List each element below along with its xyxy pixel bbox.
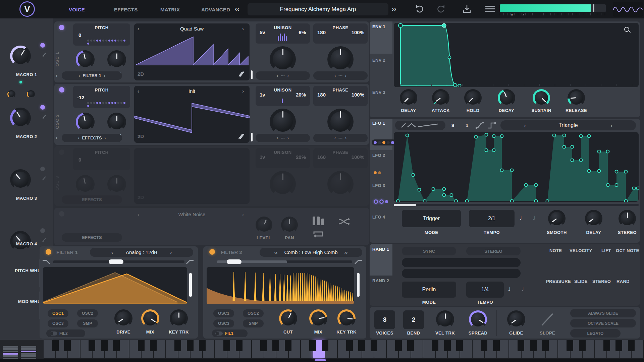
- lfo-node[interactable]: [598, 170, 601, 173]
- osc1-wavetable-next[interactable]: ›: [242, 26, 244, 31]
- osc1-routing-prev[interactable]: ‹: [56, 73, 57, 78]
- env-hold-knob[interactable]: [464, 89, 482, 107]
- osc1-wavetable-display[interactable]: ‹ Quad Saw › 2D: [134, 23, 250, 80]
- preset-next-button[interactable]: ››: [392, 5, 396, 12]
- dotted-note-icon[interactable]: ♩: [533, 213, 540, 222]
- osc3-phase-rand[interactable]: 100%: [352, 154, 364, 160]
- lfo-node[interactable]: [485, 133, 488, 136]
- mod-source-velocity[interactable]: VELOCITY: [570, 248, 592, 253]
- osc2-edit-icon[interactable]: [237, 133, 245, 140]
- filter2-keytrk-knob[interactable]: [337, 309, 356, 327]
- osc3-pan-knob[interactable]: [107, 175, 126, 194]
- lfo-node[interactable]: [511, 169, 514, 172]
- mod-source-rand[interactable]: RAND: [616, 279, 630, 284]
- lfo-mode-box[interactable]: Trigger: [402, 210, 461, 227]
- lfo-grid-x-value[interactable]: 8: [451, 122, 454, 128]
- lfo-tempo-box[interactable]: 2/1: [469, 210, 515, 227]
- preset-prev-button[interactable]: ‹‹: [235, 5, 239, 12]
- mod-source-pressure[interactable]: PRESSURE: [546, 279, 571, 284]
- piano-key-black[interactable]: [530, 340, 537, 351]
- osc2-phase-knob[interactable]: [327, 109, 354, 135]
- macro3-knob[interactable]: [10, 169, 31, 190]
- osc2-routing-selector[interactable]: ‹ EFFECTS ›: [62, 134, 122, 142]
- osc2-unison-detune-knob[interactable]: [270, 109, 296, 135]
- lfo-node[interactable]: [606, 150, 609, 153]
- filter2-input-osc1[interactable]: OSC1: [213, 309, 234, 317]
- filter2-cut-knob[interactable]: [279, 309, 297, 327]
- osc2-wavetable-next[interactable]: ›: [242, 88, 244, 94]
- lfo-node[interactable]: [492, 149, 495, 152]
- osc1-unison-detune-knob[interactable]: [270, 46, 296, 72]
- env-delay-knob[interactable]: [400, 89, 417, 107]
- piano-key-black[interactable]: [407, 340, 414, 351]
- lfo-node[interactable]: [511, 200, 514, 202]
- piano-key-black[interactable]: [481, 340, 487, 351]
- lfo-node[interactable]: [443, 188, 446, 191]
- osc1-unison-detune[interactable]: 6%: [299, 29, 306, 35]
- osc1-level-knob[interactable]: [76, 50, 95, 69]
- osc2-unison-detune[interactable]: 20%: [296, 92, 306, 98]
- lfo-node[interactable]: [485, 149, 488, 152]
- piano-key-black[interactable]: [101, 340, 108, 351]
- filter1-drive-knob[interactable]: [114, 309, 132, 327]
- always-glide-button[interactable]: ALWAYS GLIDE: [570, 309, 636, 317]
- filter1-power-dot[interactable]: [46, 249, 51, 255]
- piano-key-black[interactable]: [395, 340, 402, 351]
- osc2-unison-box[interactable]: UNISON 1v 20%: [256, 86, 310, 106]
- mini-mod-stack[interactable]: [3, 343, 18, 359]
- lfo-node[interactable]: [412, 174, 415, 177]
- lfo-node[interactable]: [546, 200, 549, 202]
- piano-key-black[interactable]: [579, 340, 586, 351]
- osc1-spectral-selector[interactable]: ‹ --- ›: [313, 71, 368, 80]
- piano-key-black[interactable]: [346, 340, 353, 351]
- macro4-power-dot[interactable]: [40, 228, 45, 233]
- lfo-paint-tools[interactable]: [395, 121, 445, 130]
- piano-key-black[interactable]: [309, 340, 316, 351]
- step-curve-icon[interactable]: [488, 122, 496, 129]
- lfo-node[interactable]: [571, 159, 574, 162]
- vital-logo[interactable]: V: [19, 1, 35, 17]
- osc1-distortion-selector[interactable]: ‹ --- ›: [256, 71, 310, 80]
- lfo-node[interactable]: [450, 194, 453, 197]
- env-sustain-knob[interactable]: [533, 89, 550, 107]
- piano-key-black[interactable]: [223, 340, 230, 351]
- legato-button[interactable]: LEGATO: [570, 329, 621, 338]
- osc3-transpose-value[interactable]: 0: [78, 157, 81, 163]
- osc1-pan-knob[interactable]: [107, 50, 126, 69]
- tab-env3[interactable]: ENV 3: [372, 90, 385, 95]
- lfo-node[interactable]: [406, 134, 409, 137]
- piano-key-black[interactable]: [371, 340, 377, 351]
- lfo-node[interactable]: [625, 200, 628, 202]
- mod-source-note[interactable]: NOTE: [549, 248, 562, 253]
- filter2-input-smp[interactable]: SMP: [243, 319, 264, 327]
- filter2-slider-handle[interactable]: [227, 259, 241, 264]
- lfo-node[interactable]: [535, 200, 538, 202]
- piano-key-black[interactable]: [444, 340, 451, 351]
- lfo-node[interactable]: [615, 184, 618, 187]
- env-attack-knob[interactable]: [432, 89, 449, 107]
- osc2-wavetable-display[interactable]: ‹ Init › 2D: [134, 86, 250, 143]
- lfo-node[interactable]: [580, 159, 583, 162]
- filter1-display[interactable]: [43, 267, 187, 304]
- osc1-power-dot[interactable]: [59, 25, 64, 30]
- osc2-routing-prev[interactable]: ‹: [56, 135, 57, 140]
- lfo-node[interactable]: [500, 169, 503, 172]
- piano-key-black[interactable]: [456, 340, 463, 351]
- tab-rand1[interactable]: RAND 1: [372, 247, 389, 252]
- lfo-node[interactable]: [571, 145, 574, 148]
- osc3-pitch-box[interactable]: PITCH 0: [73, 148, 130, 170]
- filter2-input-osc3[interactable]: OSC3: [213, 319, 234, 327]
- piano-key-black[interactable]: [260, 340, 267, 351]
- lfo-node[interactable]: [633, 187, 636, 190]
- mod-source-slide[interactable]: SLIDE: [574, 279, 588, 284]
- piano-key-black[interactable]: [236, 340, 243, 351]
- osc3-unison-box[interactable]: UNISON 1v 20%: [256, 148, 310, 168]
- menu-icon[interactable]: [485, 5, 495, 13]
- osc2-power-dot[interactable]: [59, 87, 64, 93]
- piano-key-black[interactable]: [174, 340, 181, 351]
- lfo-node[interactable]: [563, 134, 566, 137]
- osc1-phase-box[interactable]: PHASE 180 100%: [313, 23, 368, 44]
- sample-shuffle-icon[interactable]: [338, 217, 350, 226]
- osc1-phase-knob[interactable]: [327, 46, 354, 72]
- filter2-power-dot[interactable]: [209, 249, 215, 255]
